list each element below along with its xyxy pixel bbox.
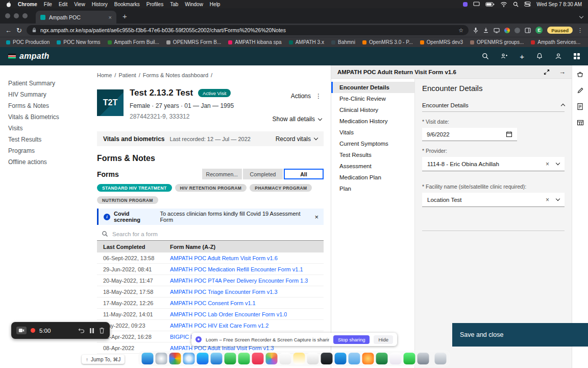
form-section-link[interactable]: Plan xyxy=(331,183,414,194)
form-name-link[interactable]: AMPATH POC Lab Order Encounter Form v1.0 xyxy=(170,311,287,317)
add-patient-icon[interactable]: + xyxy=(520,53,524,60)
url-text[interactable]: ngx.ampath.or.ke/spa/patient/ae6c955b-f3… xyxy=(40,27,455,33)
hide-banner-button[interactable]: Hide xyxy=(374,335,393,344)
facility-combobox[interactable]: Location Test × xyxy=(422,193,565,207)
form-name-link[interactable]: AMPATH POC PT4A Peer Delivery Encounter … xyxy=(170,278,308,284)
form-section-link[interactable]: Medication History xyxy=(331,116,414,127)
form-section-link[interactable]: Assessment xyxy=(331,160,414,172)
dock-app-icon[interactable] xyxy=(362,353,374,364)
form-name-link[interactable]: AMPATH POC Consent Form v1.1 xyxy=(170,300,256,306)
search-icon[interactable] xyxy=(482,53,489,60)
form-section-link[interactable]: Vitals xyxy=(331,127,414,138)
tab-completed[interactable]: Completed xyxy=(243,169,283,179)
sync-paused-badge[interactable]: Paused xyxy=(547,27,573,34)
back-button[interactable]: ← xyxy=(5,27,12,34)
battery-icon[interactable] xyxy=(485,2,495,7)
site-lock-icon[interactable] xyxy=(32,27,37,33)
window-zoom-button[interactable] xyxy=(22,13,28,18)
breadcrumb-dashboard[interactable]: Forms & Notes dashboard xyxy=(143,72,208,78)
hide-workspace-arrow-icon[interactable]: → xyxy=(559,68,566,76)
form-name-link[interactable]: AMPATH POC HIV Exit Care Form v1.2 xyxy=(170,323,268,329)
mic-icon[interactable] xyxy=(473,27,478,34)
address-bar[interactable]: ngx.ampath.or.ke/spa/patient/ae6c955b-f3… xyxy=(27,25,469,35)
program-tag[interactable]: HIV RETENTION PROGRAM xyxy=(175,184,247,192)
sidebar-item[interactable]: HIV Summary xyxy=(8,89,92,100)
dock-app-icon[interactable] xyxy=(321,353,333,364)
download-icon[interactable] xyxy=(483,27,489,33)
dock-app-icon[interactable] xyxy=(335,353,347,364)
menubar-item[interactable]: Bookmarks xyxy=(114,2,140,7)
show-all-details-button[interactable]: Show all details xyxy=(273,116,322,123)
record-vitals-button[interactable]: Record vitals xyxy=(276,135,317,143)
visit-date-input[interactable]: 9/6/2022 xyxy=(422,128,517,141)
dock-app-icon[interactable] xyxy=(390,353,402,364)
window-minimize-button[interactable] xyxy=(14,13,19,18)
menubar-item[interactable]: Tab xyxy=(170,2,178,7)
form-section-link[interactable]: Clinical History xyxy=(331,104,414,116)
restart-recording-icon[interactable] xyxy=(78,328,85,334)
clear-selection-icon[interactable]: × xyxy=(546,196,549,203)
dock-app-icon[interactable] xyxy=(280,353,291,364)
maximize-icon[interactable] xyxy=(544,69,550,75)
menubar-clock[interactable]: Wed Sep 7 8:30 AM xyxy=(536,2,582,7)
jump-to-hint[interactable]: ↑ Jump To, ⌘J xyxy=(82,355,125,364)
menubar-item[interactable]: File xyxy=(44,2,52,7)
form-section-link[interactable]: Test Results xyxy=(331,149,414,160)
delete-recording-icon[interactable] xyxy=(99,327,105,334)
dock-app-icon[interactable] xyxy=(376,353,388,364)
encounter-details-accordion[interactable]: Encounter Details xyxy=(422,99,565,112)
form-name-link[interactable]: BIGPIC F xyxy=(170,334,194,340)
cast-icon[interactable] xyxy=(494,28,500,33)
form-section-link[interactable]: Current Symptoms xyxy=(331,138,414,149)
menubar-item[interactable]: Help xyxy=(210,2,220,7)
overflow-menu-icon[interactable]: ⋮ xyxy=(315,93,322,100)
results-table-icon[interactable] xyxy=(577,119,584,126)
stop-sharing-button[interactable]: Stop sharing xyxy=(333,335,370,344)
provider-combobox[interactable]: 1114-8 - Eric Obina Achillah × xyxy=(422,157,565,171)
program-tag[interactable]: STANDARD HIV TREATMENT xyxy=(97,184,172,192)
sidebar-item[interactable]: Forms & Notes xyxy=(8,100,92,111)
bookmark-item[interactable]: AMPATH 3.x xyxy=(289,39,324,45)
dock-app-icon[interactable] xyxy=(197,353,209,364)
clinical-forms-icon[interactable] xyxy=(577,103,583,110)
display-icon[interactable] xyxy=(473,2,480,7)
dock-app-icon[interactable] xyxy=(142,353,154,364)
sidebar-item[interactable]: Patient Summary xyxy=(8,78,92,89)
save-and-close-button[interactable]: Save and close xyxy=(452,323,588,347)
bookmark-item[interactable]: OPENMRS groups... xyxy=(470,39,524,45)
dock-app-icon[interactable] xyxy=(211,353,223,364)
bookmark-item[interactable]: POC New forms xyxy=(57,39,100,45)
sidebar-item[interactable]: Vitals & Biometrics xyxy=(8,111,92,123)
browser-menu-icon[interactable]: ⋮ xyxy=(577,27,583,34)
breadcrumb-patient[interactable]: Patient xyxy=(118,72,136,78)
chevron-down-icon[interactable] xyxy=(556,161,560,165)
order-basket-icon[interactable] xyxy=(576,71,584,78)
form-search[interactable] xyxy=(97,227,324,241)
extension-icon-color[interactable] xyxy=(504,28,510,33)
app-switcher-grid-icon[interactable] xyxy=(574,53,580,59)
user-avatar-icon[interactable] xyxy=(555,53,562,60)
program-tag[interactable]: PHARMACY PROGRAM xyxy=(250,184,312,192)
screen-record-indicator-icon[interactable] xyxy=(463,2,468,7)
bookmark-item[interactable]: OPENMRS Form B... xyxy=(166,39,221,45)
profile-avatar[interactable]: E xyxy=(535,27,543,34)
reload-button[interactable]: ↻ xyxy=(16,27,22,34)
sidebar-item[interactable]: Test Results xyxy=(8,134,92,145)
side-panel-icon[interactable] xyxy=(525,28,531,33)
bookmark-item[interactable]: Bahmni xyxy=(331,39,355,45)
notifications-bell-icon[interactable] xyxy=(536,53,543,60)
apple-menu-icon[interactable] xyxy=(6,1,11,7)
tab-search-icon[interactable] xyxy=(580,12,583,19)
dock-app-icon[interactable] xyxy=(156,353,167,364)
dock-app-icon[interactable] xyxy=(183,353,195,364)
new-tab-button[interactable]: + xyxy=(122,12,127,20)
dock-app-icon[interactable] xyxy=(418,353,429,364)
menubar-item[interactable]: View xyxy=(74,2,85,7)
wifi-icon[interactable] xyxy=(500,2,507,7)
sidebar-item[interactable]: Programs xyxy=(8,145,92,156)
window-close-button[interactable] xyxy=(5,13,10,18)
form-name-link[interactable]: AMPATH POC Triage Encounter Form v1.3 xyxy=(170,289,278,295)
control-center-icon[interactable] xyxy=(524,2,531,7)
tab-recommended[interactable]: Recommen... xyxy=(202,169,242,179)
patient-actions-button[interactable]: Actions ⋮ xyxy=(291,93,322,100)
